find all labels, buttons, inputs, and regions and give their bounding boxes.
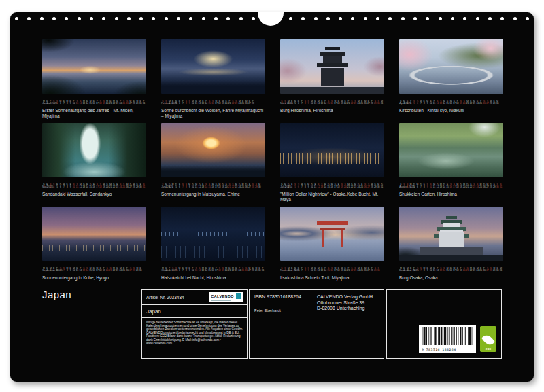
info-box: Artikel-Nr. 2033484 CALVENDO Japan Infol… [141,289,248,359]
binding-hole [90,17,93,20]
photo-juni [161,123,265,177]
binding-hole [463,17,466,20]
barcode-bars [422,327,473,345]
photo-april [399,39,503,94]
binding-hole [488,17,492,20]
mini-calendar-strip: S1S2M3D4M5D6F7S8S9M10D11M12D13F14S15S16M… [280,100,384,105]
binding-hole [52,17,56,20]
calvendo-logo: CALVENDO [209,292,243,302]
photo-caption: Shukkeien Garten, Hiroshima [399,192,503,197]
binding-hole [451,17,454,20]
mini-calendar-strip: M1D2F3S4S5M6D7M8D9F10S11S12M13D14M15D16F… [42,100,146,105]
binding-hole [78,17,81,20]
month-cell: Februar 2025 S1S2M3D4M5D6F7S8S9M10D11M12… [161,39,265,120]
legal-text: Infolge bestehender Schutzrechte ist es … [146,321,243,345]
calvendo-logo-icon [236,293,241,299]
binding-hole [139,17,143,20]
binding-hole [252,17,255,20]
binding-hole [301,17,305,20]
binding-hole [526,17,529,20]
barcode-digits: 9 783516 188264 [422,347,463,351]
binding-hole [289,17,292,20]
binding-hole [152,17,155,20]
month-cell: Januar 2025 M1D2F3S4S5M6D7M8D9F10S11S12M… [42,39,146,120]
month-cell: März 2025 S1S2M3D4M5D6F7S8S9M10D11M12D13… [280,39,384,120]
binding-hole [27,17,31,20]
binding-hole [189,17,192,20]
binding-hole [239,17,243,20]
binding-hole [439,17,442,20]
calendar-back-page: Januar 2025 M1D2F3S4S5M6D7M8D9F10S11S12M… [10,12,534,382]
photo-caption: Erster Sonnenaufgang des Jahres - Mt. Mi… [42,108,146,118]
mini-calendar-strip: S1M2D3M4D5F6S7S8M9D10M11D12F13S14S15M16D… [161,183,265,189]
binding-hole [102,17,105,20]
binding-hole [376,17,379,20]
hanger-cutout [258,12,284,26]
binding-hole [401,17,405,20]
binding-hole [127,17,131,20]
months-grid: Januar 2025 M1D2F3S4S5M6D7M8D9F10S11S12M… [42,39,503,287]
photo-caption: Sonnenuntergang in Matsuyama, Ehime [161,192,265,197]
article-number: Artikel-Nr. 2033484 [146,295,184,300]
calvendo-logo-text: CALVENDO [211,294,234,298]
binding-hole [476,17,479,20]
month-cell: Juli 2025 D1M2D3F4S5S6M7D8M9D10F11S12S13… [280,123,384,204]
binding-hole [413,17,417,20]
publisher-box: ISBN 9783516188264 Peter Eberhardt CALVE… [249,289,384,359]
calendar-title: Japan [142,305,247,318]
photo-caption: Sonne durchbricht die Wolken, Fähre Miya… [161,108,265,118]
mini-calendar-strip: D1M2D3F4S5S6M7D8M9D10F11S12S13M14D15M16D… [399,100,503,105]
month-cell: September 2025 M1D2M3D4F5S6S7M8D9M10D11F… [42,207,146,287]
photo-caption: "Million Dollar Nightview" - Osaka,Kobe … [280,192,384,202]
barcode-box: 9 783516 188264 eco [386,289,502,359]
photo-januar [42,39,146,94]
ean-barcode: 9 783516 188264 [419,325,476,353]
photo-caption: Hatsukaichi bei Nacht, Hiroshima [161,275,265,281]
isbn-text: ISBN 9783516188264 [254,294,317,299]
photo-caption: Itsukushima Schrein Torii, Miyajima [280,275,384,281]
binding-hole [351,17,354,20]
photo-caption: Burg Hiroshima, Hiroshima [280,108,384,113]
binding-hole [314,17,318,20]
publisher-address: CALVENDO Verlag GmbH Ottobrunner Straße … [317,294,373,313]
photo-maerz [280,39,384,94]
month-cell: Mai 2025 D1F2S3S4M5D6M7D8F9S10S11M12D13M… [42,123,146,204]
photo-caption: Sandandaki Wasserfall, Sandankyo [42,192,146,197]
binding-hole [364,17,367,20]
photo-mai [42,123,146,177]
page-title: Japan [42,289,71,300]
eco-label: eco [486,347,492,351]
month-cell: Juni 2025 S1M2D3M4D5F6S7S8M9D10M11D12F13… [161,123,265,204]
month-cell: Dezember 2025 M1D2M3D4F5S6S7M8D9M10D11F1… [399,207,503,287]
binding-hole [500,17,504,20]
binding-hole [226,17,230,20]
mini-calendar-strip: F1S2S3M4D5M6D7F8S9S10M11D12M13D14F15S16S… [399,183,503,189]
eco-badge: eco [480,326,496,352]
binding-hole [326,17,330,20]
leaf-icon [481,333,495,347]
author-name: Peter Eberhardt [254,308,317,313]
month-cell: August 2025 F1S2S3M4D5M6D7F8S9S10M11D12M… [399,123,503,204]
binding-hole [165,17,168,20]
binding-hole [513,17,517,20]
photo-caption: Sonnenuntergang in Kobe, Hyogo [42,275,146,281]
photo-februar [161,39,265,94]
binding-hole [426,17,429,20]
binding-hole [388,17,392,20]
photo-juli [280,123,384,177]
month-cell: April 2025 D1M2D3F4S5S6M7D8M9D10F11S12S1… [399,39,503,120]
binding-hole [339,17,342,20]
binding-hole [177,17,180,20]
calvendo-logo-tagline [211,300,231,301]
binding-hole [214,17,218,20]
binding-hole [115,17,118,20]
binding-hole [40,17,44,20]
binding-hole [15,17,18,20]
month-cell: November 2025 S1S2M3D4M5D6F7S8S9M10D11M1… [280,207,384,287]
photo-august [399,123,503,177]
month-cell: Oktober 2025 M1D2F3S4S5M6D7M8D9F10S11S12… [161,207,265,287]
photo-november [280,207,384,261]
photo-caption: Kirschblüten - Kintai-kyo, Iwakuni [399,108,503,113]
binding-hole [202,17,205,20]
photo-oktober [161,207,265,261]
